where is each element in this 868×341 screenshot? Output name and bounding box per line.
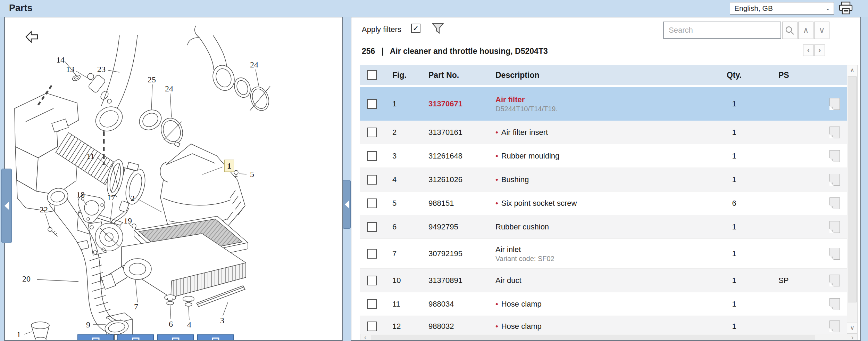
row-checkbox[interactable] [367,175,377,185]
part-number-link[interactable]: 31370671 [428,99,462,108]
search-button[interactable] [782,22,798,39]
callout-label[interactable]: 2 [131,194,135,203]
print-button[interactable] [838,1,853,15]
table-row[interactable]: 331261648•Rubber moulding1 [360,144,847,168]
row-checkbox[interactable] [367,299,377,309]
table-body: 131370671Air filterD5244T10/T14/T19.1231… [360,87,847,337]
part-number-link[interactable]: 31370161 [428,128,462,137]
ps-cell: SP [778,276,810,285]
part-number-link[interactable]: 988032 [428,322,454,331]
select-all-checkbox[interactable] [367,70,377,80]
apply-filters-checkbox[interactable]: ✓ [411,24,420,33]
row-checkbox[interactable] [367,222,377,232]
note-icon[interactable] [829,298,840,310]
collapse-panel-handle[interactable] [343,180,351,229]
section-name: Air cleaner and throttle housing, D5204T… [390,47,548,56]
part-number-link[interactable]: 31261026 [428,175,462,184]
header-part[interactable]: Part No. [428,71,459,80]
part-number-link[interactable]: 30792195 [428,249,462,258]
note-icon[interactable] [829,174,840,186]
header-qty[interactable]: Qty. [721,71,747,80]
diagram-toolbar-button[interactable] [197,334,234,341]
header-ps[interactable]: PS [778,71,810,80]
table-row[interactable]: 69492795Rubber cushion1 [360,215,847,239]
scroll-right-button[interactable]: › [848,334,857,341]
diagram-toolbar-button[interactable] [117,334,154,341]
part-number-link[interactable]: 988151 [428,199,454,208]
back-button[interactable] [25,31,39,44]
selected-callout-label[interactable]: 1 [224,160,234,172]
table-row[interactable]: 131370671Air filterD5244T10/T14/T19.1 [360,87,847,121]
callout-label[interactable]: 13 [66,65,74,74]
header-fig[interactable]: Fig. [392,71,407,80]
table-row[interactable]: 231370161•Air filter insert1 [360,121,847,144]
callout-label[interactable]: 22 [40,205,48,214]
vertical-scrollbar[interactable]: ∧ ∨ [847,65,858,334]
language-select[interactable]: English, GB ⌄ [730,2,834,15]
qty-cell: 1 [721,175,747,184]
callout-label[interactable]: 7 [134,302,138,311]
callout-label[interactable]: 11 [86,152,94,161]
description-text: Air filter insert [501,128,548,137]
bullet-icon: • [495,128,498,137]
table-row[interactable]: 1031370891Air duct1SP [360,269,847,292]
callout-label[interactable]: 24 [250,60,258,70]
row-checkbox[interactable] [367,249,377,259]
scrollbar-thumb[interactable] [371,335,815,340]
part-number-link[interactable]: 31261648 [428,152,462,161]
row-checkbox[interactable] [367,322,377,331]
scroll-down-button[interactable]: ∨ [847,323,857,333]
scrollbar-thumb[interactable] [848,76,857,302]
note-icon[interactable] [829,221,840,233]
diagram-toolbar-button[interactable] [157,334,194,341]
row-checkbox[interactable] [367,128,377,137]
header-desc[interactable]: Description [495,71,540,80]
table-row[interactable]: 730792195Air inletVariant code: SF021 [360,239,847,269]
note-icon[interactable] [829,275,840,286]
callout-label[interactable]: 20 [22,274,31,284]
row-checkbox[interactable] [367,99,377,109]
table-row[interactable]: 431261026•Bushing1 [360,168,847,192]
note-icon[interactable] [829,320,840,332]
callout-label[interactable]: 25 [148,75,156,84]
row-checkbox[interactable] [367,151,377,161]
callout-label[interactable]: 23 [97,65,106,74]
search-next-button[interactable]: ∨ [814,22,829,39]
scroll-up-button[interactable]: ∧ [847,65,857,76]
callout-label[interactable]: 24 [165,84,173,94]
note-icon[interactable] [829,197,840,209]
filter-button[interactable] [432,23,444,35]
search-prev-button[interactable]: ∧ [798,22,813,39]
description-cell: •Hose clamp [495,300,542,309]
row-checkbox[interactable] [367,276,377,285]
horizontal-scrollbar[interactable]: ‹ › [360,334,858,341]
table-row[interactable]: 5988151•Six point socket screw6 [360,192,847,215]
callout-label[interactable]: 6 [169,319,173,329]
part-number-link[interactable]: 9492795 [428,222,458,232]
note-icon[interactable] [829,248,840,260]
scroll-left-button[interactable]: ‹ [360,334,370,341]
collapse-left-handle[interactable] [1,169,12,243]
prev-page-button[interactable]: ‹ [803,44,814,56]
search-input[interactable] [663,22,781,39]
note-icon[interactable] [829,127,840,138]
language-select-value: English, GB [734,4,773,12]
table-row[interactable]: 11988034•Hose clamp1 [360,292,847,316]
row-checkbox[interactable] [367,198,377,208]
callout-label[interactable]: 3 [220,316,224,325]
qty-cell: 1 [721,99,747,108]
callout-label[interactable]: 4 [187,320,191,330]
diagram-toolbar-button[interactable] [77,334,114,341]
callout-label[interactable]: 18 [76,190,85,200]
callout-label[interactable]: 19 [124,216,132,226]
callout-label[interactable]: 1 [17,330,21,339]
part-number-link[interactable]: 988034 [428,300,454,309]
note-icon[interactable] [829,150,840,162]
next-page-button[interactable]: › [814,44,825,56]
callout-label[interactable]: 9 [86,320,90,330]
callout-label[interactable]: 5 [250,170,254,179]
callout-label[interactable]: 14 [56,55,65,65]
part-number-link[interactable]: 31370891 [428,276,462,285]
callout-label[interactable]: 17 [107,193,115,202]
note-icon[interactable] [829,98,840,110]
